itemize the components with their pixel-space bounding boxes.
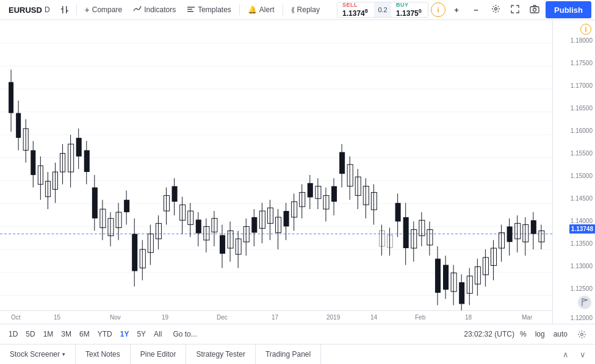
info-button[interactable]: i (431, 2, 445, 17)
chart-info-icon[interactable]: i (580, 24, 591, 35)
flag-button[interactable] (578, 296, 591, 309)
svg-point-161 (580, 333, 583, 335)
time-label-dec: Dec (217, 314, 228, 321)
compare-label: Compare (92, 5, 122, 14)
indicators-button[interactable]: Indicators (128, 3, 181, 17)
svg-rect-58 (132, 234, 137, 271)
current-price-value: 1.13748 (571, 226, 593, 232)
spread-display: 0.2 (374, 2, 391, 17)
svg-rect-88 (251, 217, 257, 232)
price-scale: i 1.18000 1.17500 1.17000 1.16500 1.1600… (553, 20, 595, 324)
svg-rect-1 (61, 9, 63, 10)
panel-collapse-button[interactable]: ∧ (558, 347, 573, 362)
replay-button[interactable]: ⟪ Replay (286, 4, 325, 16)
buy-side[interactable]: BUY 1.13750 (391, 2, 428, 17)
sell-side[interactable]: SELL 1.13748 (337, 2, 374, 17)
goto-label: Go to... (173, 330, 197, 338)
templates-button[interactable]: Templates (182, 3, 236, 17)
time-label-2019: 2019 (326, 314, 340, 321)
time-axis: Oct 15 Nov 19 Dec 17 2019 14 Feb 18 Mar (0, 310, 552, 324)
price-1.12500: 1.12500 (571, 285, 593, 292)
auto-label: auto (554, 330, 568, 338)
strategy-tester-label: Strategy Tester (196, 350, 245, 359)
svg-point-7 (494, 8, 497, 10)
sell-buy-panel[interactable]: SELL 1.13748 0.2 BUY 1.13750 (337, 2, 428, 18)
svg-rect-136 (443, 265, 449, 290)
publish-button[interactable]: Publish (546, 1, 591, 18)
panel-controls: ∧ ∨ (554, 347, 595, 362)
tf-3m[interactable]: 3M (57, 328, 75, 340)
svg-rect-124 (395, 203, 401, 221)
publish-label: Publish (554, 5, 583, 15)
templates-label: Templates (198, 5, 231, 14)
chart-container[interactable]: Oct 15 Nov 19 Dec 17 2019 14 Feb 18 Mar (0, 20, 552, 324)
tf-1y[interactable]: 1Y (117, 328, 133, 340)
svg-rect-110 (339, 152, 345, 174)
svg-rect-126 (403, 217, 409, 248)
svg-rect-56 (124, 200, 129, 212)
separator-3 (283, 4, 283, 15)
time-label-mar: Mar (522, 314, 532, 321)
tf-6m[interactable]: 6M (76, 328, 93, 340)
svg-rect-32 (31, 150, 35, 175)
svg-rect-26 (9, 82, 13, 113)
panel-tab-pine-editor[interactable]: Pine Editor (131, 344, 187, 364)
goto-button[interactable]: Go to... (168, 328, 201, 340)
fullscreen-icon (511, 5, 519, 15)
svg-rect-3 (66, 10, 68, 12)
tf-1d[interactable]: 1D (5, 328, 21, 340)
fullscreen-button[interactable] (507, 1, 524, 18)
log-button[interactable]: log (532, 328, 548, 340)
svg-rect-140 (459, 282, 464, 304)
panel-close-button[interactable]: ∨ (575, 347, 590, 362)
timeframe-group: 1D 5D 1M 3M 6M YTD 1Y 5Y All (5, 328, 165, 340)
settings-button[interactable] (487, 1, 504, 18)
main-area: Oct 15 Nov 19 Dec 17 2019 14 Feb 18 Mar … (0, 20, 595, 324)
price-1.13000: 1.13000 (571, 263, 593, 269)
price-adjust-minus[interactable]: − (467, 1, 485, 18)
bar-type-button[interactable] (56, 1, 73, 18)
tf-5y[interactable]: 5Y (133, 328, 150, 340)
tf-1m[interactable]: 1M (40, 328, 57, 340)
stock-screener-arrow: ▾ (62, 351, 65, 357)
panel-tab-strategy-tester[interactable]: Strategy Tester (186, 344, 255, 364)
symbol-display[interactable]: EURUSD D (4, 4, 55, 16)
time-label-19: 19 (162, 314, 168, 321)
bottom-toolbar: 1D 5D 1M 3M 6M YTD 1Y 5Y All Go to... 23… (0, 324, 595, 344)
svg-rect-0 (62, 6, 63, 13)
panel-tab-trading-panel[interactable]: Trading Panel (256, 344, 321, 364)
percent-button[interactable]: % (517, 328, 530, 340)
panel-tab-text-notes[interactable]: Text Notes (76, 344, 131, 364)
svg-rect-28 (16, 113, 21, 138)
auto-button[interactable]: auto (550, 328, 571, 340)
alert-icon: 🔔 (248, 5, 257, 14)
time-label-14: 14 (370, 314, 377, 321)
price-axis: i 1.18000 1.17500 1.17000 1.16500 1.1600… (552, 20, 595, 324)
svg-rect-44 (76, 138, 82, 156)
price-1.15500: 1.15500 (571, 150, 593, 157)
tf-all[interactable]: All (150, 328, 165, 340)
flag-icon (581, 298, 588, 307)
bar-type-icon (59, 4, 70, 15)
tf-5d[interactable]: 5D (22, 328, 38, 340)
separator-1 (76, 4, 77, 15)
chart-settings-button[interactable] (573, 326, 590, 343)
alert-label: Alert (259, 5, 275, 14)
alert-button[interactable]: 🔔 Alert (243, 4, 279, 16)
sell-price: 1.13748 (342, 8, 369, 18)
timeframe-label: D (45, 5, 50, 14)
camera-button[interactable] (526, 1, 543, 18)
settings-icon (491, 4, 500, 15)
price-adjust-plus[interactable]: + (448, 1, 465, 18)
svg-rect-2 (66, 6, 67, 13)
compare-button[interactable]: + Compare (80, 3, 128, 16)
tf-ytd[interactable]: YTD (94, 328, 116, 340)
price-1.18000: 1.18000 (571, 37, 593, 44)
panel-tab-stock-screener[interactable]: Stock Screener ▾ (0, 344, 76, 364)
svg-rect-102 (308, 183, 313, 197)
text-notes-label: Text Notes (85, 350, 120, 359)
svg-rect-5 (187, 9, 192, 10)
bottom-panel: Stock Screener ▾ Text Notes Pine Editor … (0, 344, 595, 364)
time-label-17: 17 (272, 314, 278, 321)
compare-icon: + (85, 5, 90, 15)
